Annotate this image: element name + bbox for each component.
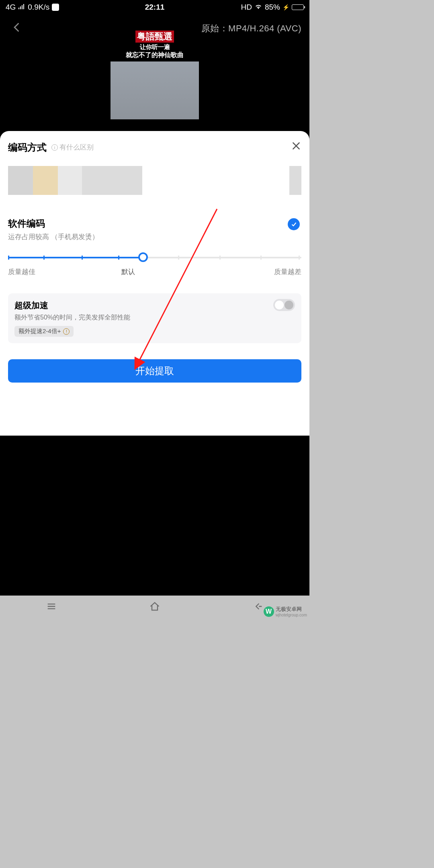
wifi-icon [254, 3, 262, 12]
sheet-title: 编码方式 [8, 141, 47, 154]
redacted-strip [8, 166, 301, 195]
accel-title: 超级加速 [14, 300, 295, 311]
video-preview: 原始：MP4/H.264 (AVC) 粤語甄選 让你听一遍 就忘不了的神仙歌曲 [0, 14, 309, 131]
encoding-sheet: 编码方式 i 有什么区别 软件编码 运存占用较高 （手机易发烫） [0, 131, 309, 436]
close-button[interactable] [291, 141, 301, 154]
hd-label: HD [241, 3, 252, 12]
charging-icon: ⚡ [283, 4, 289, 10]
start-extract-button[interactable]: 开始提取 [8, 359, 301, 383]
option-title: 软件编码 [8, 217, 301, 230]
warning-icon: ! [63, 328, 70, 335]
watermark-url: wjhotelgroup.com [276, 613, 307, 617]
watermark-logo: W [264, 606, 274, 617]
quality-slider[interactable] [8, 253, 301, 262]
watermark: W 无极安卓网 wjhotelgroup.com [264, 606, 307, 617]
speed-label: 0.9K/s [28, 3, 49, 12]
network-label: 4G [6, 3, 16, 12]
thumb-subtitle-2: 就忘不了的神仙歌曲 [126, 51, 184, 59]
accel-subtitle: 额外节省50%的时间，完美发挥全部性能 [14, 313, 295, 322]
accel-toggle[interactable] [273, 299, 295, 311]
info-icon: i [51, 144, 58, 151]
clock: 22:11 [145, 3, 165, 12]
system-navbar [0, 596, 309, 619]
thumb-title: 粤語甄選 [135, 31, 174, 43]
signal-icon [18, 3, 25, 12]
back-nav-button[interactable] [252, 601, 264, 614]
watermark-text: 无极安卓网 [276, 606, 307, 613]
option-selected-check [288, 218, 300, 230]
battery-pct: 85% [265, 3, 280, 12]
option-subtitle: 运存占用较高 （手机易发烫） [8, 232, 301, 242]
slider-label-default: 默认 [121, 267, 135, 276]
video-thumbnail[interactable]: 粤語甄選 让你听一遍 就忘不了的神仙歌曲 [111, 29, 199, 119]
status-bar: 4G 0.9K/s 22:11 HD 85% ⚡ [0, 0, 309, 14]
back-button[interactable] [11, 22, 23, 36]
slider-label-worst: 质量越差 [274, 267, 301, 276]
super-acceleration-card: 超级加速 额外节省50%的时间，完美发挥全部性能 额外提速2-4倍+ ! [8, 293, 301, 343]
encoding-option[interactable]: 软件编码 运存占用较高 （手机易发烫） 质量越佳 默认 质量越差 [8, 217, 301, 276]
recents-button[interactable] [46, 601, 57, 614]
slider-label-best: 质量越佳 [8, 267, 35, 276]
help-link[interactable]: i 有什么区别 [51, 143, 94, 152]
original-format: 原始：MP4/H.264 (AVC) [201, 23, 301, 35]
battery-icon [292, 4, 304, 10]
app-icon [52, 4, 59, 11]
thumb-subtitle-1: 让你听一遍 [140, 43, 170, 51]
accel-badge: 额外提速2-4倍+ ! [14, 326, 74, 337]
slider-knob[interactable] [138, 252, 148, 262]
home-button[interactable] [149, 601, 160, 614]
